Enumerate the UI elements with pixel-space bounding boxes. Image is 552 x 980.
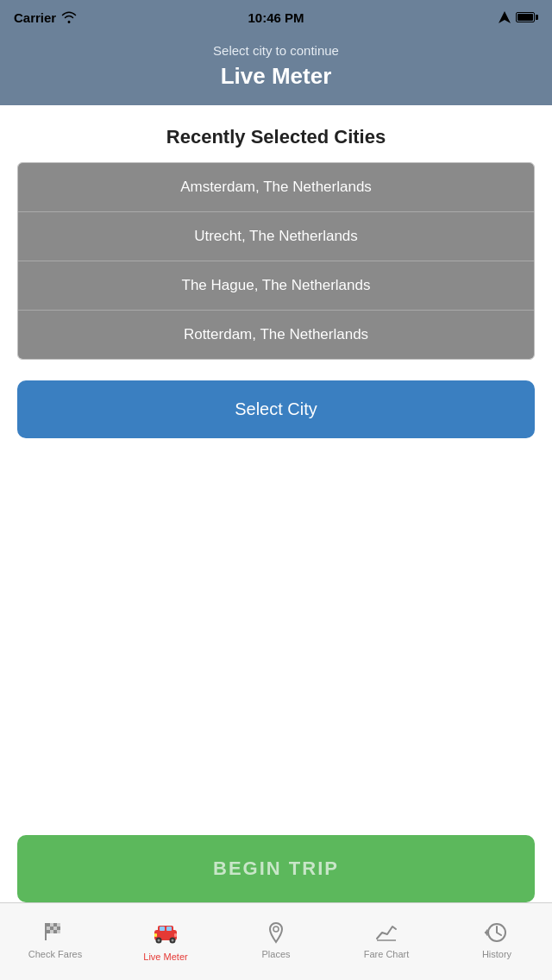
check-fares-icon xyxy=(42,920,68,945)
status-bar-right xyxy=(499,11,538,23)
svg-rect-10 xyxy=(50,930,53,933)
select-city-button[interactable]: Select City xyxy=(17,380,535,438)
svg-rect-11 xyxy=(53,930,57,933)
header-title: Live Meter xyxy=(14,63,538,90)
svg-rect-3 xyxy=(53,923,57,927)
svg-rect-16 xyxy=(160,927,165,931)
tab-bar: Check Fares Live Meter Places xyxy=(0,902,552,980)
tab-fare-chart-label: Fare Chart xyxy=(364,949,410,959)
svg-rect-8 xyxy=(57,927,60,930)
city-item[interactable]: Utrecht, The Netherlands xyxy=(18,212,534,261)
city-list: Amsterdam, The Netherlands Utrecht, The … xyxy=(17,162,535,360)
header: Select city to continue Live Meter xyxy=(0,35,552,105)
header-subtitle: Select city to continue xyxy=(14,43,538,58)
svg-rect-7 xyxy=(53,927,57,930)
status-bar-time: 10:46 PM xyxy=(248,10,304,25)
tab-places-label: Places xyxy=(261,949,290,959)
svg-rect-2 xyxy=(50,923,53,927)
wifi-icon xyxy=(61,11,77,23)
svg-rect-17 xyxy=(166,927,172,931)
tab-places[interactable]: Places xyxy=(221,903,331,980)
svg-rect-6 xyxy=(50,927,53,930)
svg-marker-0 xyxy=(499,11,511,23)
svg-rect-5 xyxy=(47,927,50,930)
tab-check-fares[interactable]: Check Fares xyxy=(0,903,110,980)
svg-point-24 xyxy=(273,927,279,932)
status-bar-left: Carrier xyxy=(14,10,77,25)
places-icon xyxy=(263,920,289,945)
history-icon xyxy=(484,920,510,945)
tab-history-label: History xyxy=(482,949,511,959)
svg-rect-9 xyxy=(47,930,50,933)
fare-chart-icon xyxy=(373,920,399,945)
city-item[interactable]: Rotterdam, The Netherlands xyxy=(18,311,534,359)
svg-rect-23 xyxy=(174,933,177,937)
city-item[interactable]: The Hague, The Netherlands xyxy=(18,261,534,311)
begin-trip-section: BEGIN TRIP xyxy=(17,835,535,902)
svg-point-21 xyxy=(172,939,174,941)
tab-live-meter-label: Live Meter xyxy=(143,952,187,962)
svg-rect-13 xyxy=(45,923,47,940)
section-title: Recently Selected Cities xyxy=(17,126,535,148)
svg-rect-4 xyxy=(57,923,60,927)
battery-icon xyxy=(516,12,538,22)
tab-fare-chart[interactable]: Fare Chart xyxy=(331,903,442,980)
svg-rect-22 xyxy=(154,933,157,937)
tab-check-fares-label: Check Fares xyxy=(28,949,82,959)
begin-trip-button[interactable]: BEGIN TRIP xyxy=(17,835,535,902)
svg-point-19 xyxy=(158,939,160,941)
carrier-label: Carrier xyxy=(14,10,56,25)
tab-live-meter[interactable]: Live Meter xyxy=(110,903,221,980)
svg-rect-1 xyxy=(47,923,50,927)
city-item[interactable]: Amsterdam, The Netherlands xyxy=(18,163,534,212)
live-meter-icon xyxy=(150,917,181,948)
svg-rect-12 xyxy=(57,930,60,933)
main-content: Recently Selected Cities Amsterdam, The … xyxy=(0,105,552,459)
location-icon xyxy=(499,11,511,23)
status-bar: Carrier 10:46 PM xyxy=(0,0,552,35)
tab-history[interactable]: History xyxy=(442,903,552,980)
